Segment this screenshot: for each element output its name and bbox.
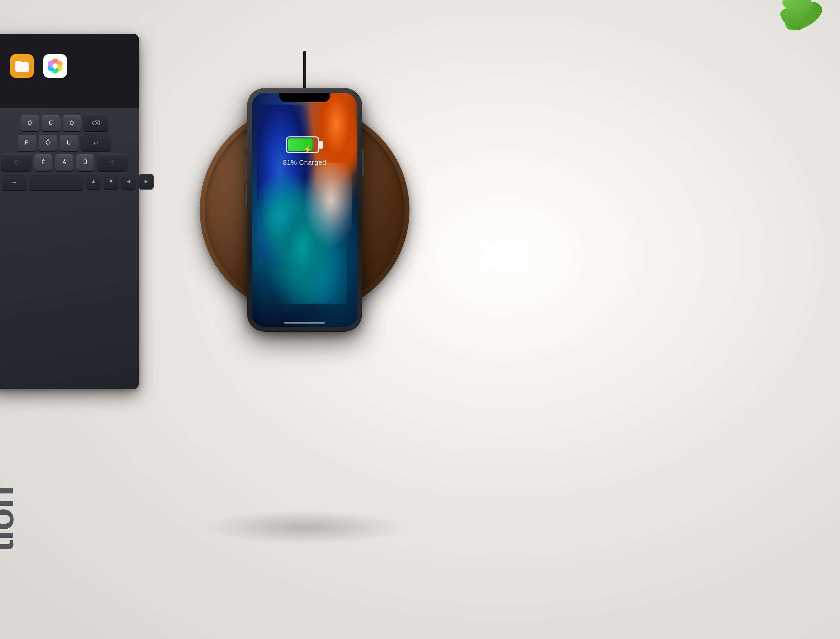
- home-indicator[interactable]: [284, 322, 325, 324]
- key-row-4: : – ▲ ▼ ◄ ►: [0, 174, 134, 190]
- key-return[interactable]: ↵: [81, 135, 111, 151]
- key-o-double-acute[interactable]: Ő: [38, 135, 57, 151]
- battery-tip: [319, 141, 323, 149]
- mute-switch[interactable]: [246, 135, 248, 149]
- keyboard-area: Ö Ü Ó ⌫ P Ő Ú ↵ ⇧ É Á Ű ⇧ :: [0, 108, 139, 389]
- key-row-2: P Ő Ú ↵: [0, 135, 134, 151]
- ipad-keyboard-assembly: Ö Ü Ó ⌫ P Ő Ú ↵ ⇧ É Á Ű ⇧ :: [0, 34, 139, 389]
- key-u-umlaut[interactable]: Ü: [41, 115, 60, 131]
- iphone-body: ⚡ 81% Charged: [247, 88, 362, 332]
- notch: [279, 93, 330, 102]
- key-a-acute[interactable]: Á: [55, 154, 73, 170]
- key-arrow-left[interactable]: ◄: [121, 174, 136, 189]
- volume-down-button[interactable]: [246, 184, 248, 207]
- key-dash[interactable]: –: [2, 174, 26, 190]
- key-arrow-up[interactable]: ▲: [86, 174, 101, 189]
- key-backspace[interactable]: ⌫: [84, 115, 108, 131]
- key-row-1: Ö Ü Ó ⌫: [0, 115, 134, 131]
- key-row-3: ⇧ É Á Ű ⇧: [0, 154, 134, 170]
- svg-point-6: [52, 63, 58, 69]
- battery-icon: ⚡: [286, 135, 323, 155]
- key-space[interactable]: [29, 174, 83, 190]
- battery-body: ⚡: [286, 137, 319, 153]
- volume-up-button[interactable]: [246, 157, 248, 180]
- charger-shadow: [203, 510, 406, 544]
- plant-decoration: [759, 0, 833, 61]
- wireless-charger-pad: ⚡ 81% Charged: [200, 105, 410, 315]
- wallpaper-splash: [299, 163, 352, 257]
- key-p[interactable]: P: [17, 135, 36, 151]
- photos-app-icon[interactable]: [43, 54, 67, 78]
- iphone-device: ⚡ 81% Charged: [247, 88, 362, 332]
- key-u-double-acute[interactable]: Ű: [76, 154, 94, 170]
- key-shift-right[interactable]: ⇧: [97, 154, 128, 170]
- files-app-icon[interactable]: [10, 54, 34, 78]
- photos-flower-icon: [46, 57, 64, 75]
- key-e-acute[interactable]: É: [34, 154, 52, 170]
- folder-icon: [14, 60, 29, 72]
- iphone-screen: ⚡ 81% Charged: [252, 93, 357, 327]
- key-arrow-down[interactable]: ▼: [103, 174, 119, 189]
- charge-status-text: 81% Charged: [283, 159, 326, 167]
- ipad-screen: [0, 34, 139, 108]
- key-arrow-right[interactable]: ►: [139, 174, 154, 189]
- key-u-acute[interactable]: Ú: [60, 135, 78, 151]
- partial-text-tion: tion: [0, 487, 22, 552]
- power-button[interactable]: [362, 149, 364, 176]
- key-o-umlaut[interactable]: Ö: [21, 115, 39, 131]
- key-shift-left[interactable]: ⇧: [1, 154, 32, 170]
- keyboard-body: Ö Ü Ó ⌫ P Ő Ú ↵ ⇧ É Á Ű ⇧ :: [0, 34, 139, 389]
- battery-indicator: ⚡ 81% Charged: [283, 135, 326, 167]
- key-o-acute[interactable]: Ó: [63, 115, 81, 131]
